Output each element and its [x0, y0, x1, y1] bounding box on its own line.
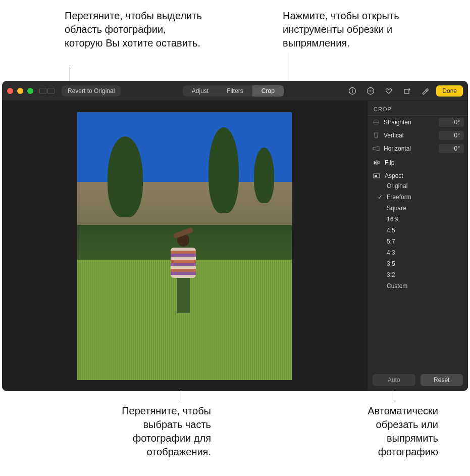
vertical-label: Vertical	[384, 132, 436, 139]
sidebar-title: CROP	[368, 101, 468, 116]
vertical-row[interactable]: Vertical 0°	[368, 129, 468, 142]
aspect-list: Original✓FreeformSquare16:94:55:74:33:53…	[368, 181, 468, 294]
auto-enhance-icon[interactable]	[418, 85, 432, 97]
view-mode-toggle[interactable]	[39, 88, 55, 94]
aspect-option-label: Original	[387, 182, 407, 189]
aspect-option[interactable]: 16:9	[387, 216, 468, 223]
aspect-option[interactable]: 4:5	[387, 227, 468, 234]
svg-rect-2	[352, 89, 353, 89]
flip-row[interactable]: Flip	[368, 155, 468, 168]
aspect-option[interactable]: 3:2	[387, 271, 468, 278]
titlebar: Revert to Original Adjust Filters Crop D…	[2, 81, 468, 101]
aspect-option[interactable]: ✓Freeform	[387, 194, 468, 201]
aspect-option-label: 3:5	[387, 260, 395, 267]
svg-rect-11	[375, 175, 377, 177]
window-controls	[7, 88, 33, 94]
svg-rect-7	[404, 89, 409, 93]
callout-top-right: Нажмите, чтобы открыть инструменты обрез…	[283, 9, 424, 50]
flip-icon	[373, 159, 381, 166]
aspect-option[interactable]: Square	[387, 205, 468, 212]
straighten-value[interactable]: 0°	[439, 118, 464, 127]
aspect-option-label: 3:2	[387, 271, 395, 278]
check-icon: ✓	[378, 194, 383, 201]
straighten-icon	[372, 119, 381, 126]
aspect-option-label: Custom	[387, 282, 407, 290]
minimize-window-button[interactable]	[17, 88, 23, 94]
crop-canvas[interactable]	[2, 101, 367, 391]
aspect-option[interactable]: 4:3	[387, 249, 468, 256]
aspect-option[interactable]: 5:7	[387, 238, 468, 245]
aspect-option-label: 4:3	[387, 249, 395, 256]
tab-adjust[interactable]: Adjust	[183, 85, 218, 97]
vertical-perspective-icon	[372, 132, 381, 139]
edit-mode-segmented: Adjust Filters Crop	[183, 85, 284, 97]
aspect-option-label: Square	[387, 205, 406, 212]
callout-bottom-right: Автоматически обрезать или выпрямить фот…	[327, 404, 438, 459]
svg-point-4	[369, 90, 370, 91]
horizontal-perspective-icon	[372, 145, 381, 152]
aspect-option[interactable]: 3:5	[387, 260, 468, 267]
vertical-value[interactable]: 0°	[439, 131, 464, 140]
zoom-window-button[interactable]	[27, 88, 33, 94]
aspect-label: Aspect	[385, 172, 403, 179]
close-window-button[interactable]	[7, 88, 13, 94]
auto-crop-button[interactable]: Auto	[373, 374, 415, 386]
photos-edit-window: Revert to Original Adjust Filters Crop D…	[2, 81, 468, 391]
tab-crop[interactable]: Crop	[252, 85, 284, 97]
aspect-option-label: 16:9	[387, 216, 398, 223]
revert-to-original-button[interactable]: Revert to Original	[62, 85, 121, 97]
done-button[interactable]: Done	[436, 85, 463, 97]
favorite-icon[interactable]	[382, 85, 396, 97]
straighten-label: Straighten	[384, 119, 436, 126]
crop-sidebar: CROP Straighten 0° Vertical 0° Horizo	[367, 101, 468, 391]
svg-point-6	[372, 90, 373, 91]
svg-rect-1	[352, 90, 353, 92]
callout-bottom-left: Перетяните, чтобы выбрать часть фотограф…	[90, 404, 211, 459]
horizontal-label: Horizontal	[384, 145, 436, 152]
svg-point-5	[370, 90, 371, 91]
aspect-option-label: 5:7	[387, 238, 395, 245]
aspect-icon	[373, 172, 381, 179]
tab-filters[interactable]: Filters	[218, 85, 252, 97]
horizontal-row[interactable]: Horizontal 0°	[368, 142, 468, 155]
callout-top-left: Перетяните, чтобы выделить область фотог…	[65, 9, 206, 50]
straighten-row[interactable]: Straighten 0°	[368, 116, 468, 129]
aspect-option[interactable]: Custom	[387, 282, 468, 290]
reset-crop-button[interactable]: Reset	[421, 374, 463, 386]
rotate-icon[interactable]	[400, 85, 414, 97]
flip-label: Flip	[385, 159, 394, 166]
aspect-row[interactable]: Aspect	[368, 168, 468, 181]
aspect-option-label: Freeform	[387, 194, 411, 201]
aspect-option-label: 4:5	[387, 227, 395, 234]
more-icon[interactable]	[363, 85, 378, 97]
horizontal-value[interactable]: 0°	[439, 144, 464, 153]
photo-preview[interactable]	[77, 112, 292, 380]
info-icon[interactable]	[345, 85, 359, 97]
aspect-option[interactable]: Original	[387, 182, 468, 189]
